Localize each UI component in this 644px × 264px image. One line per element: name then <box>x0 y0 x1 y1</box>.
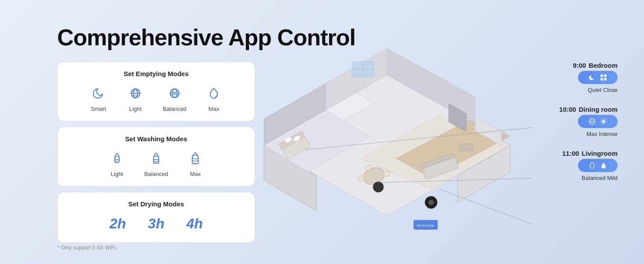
bedroom-desc: Quiet Close <box>588 87 618 93</box>
living-pill[interactable] <box>578 159 618 172</box>
dining-room: Dining room <box>579 106 618 113</box>
balanced-washing-label: Balanced <box>144 171 168 177</box>
svg-line-36 <box>440 189 532 224</box>
living-time: 11:00 <box>562 150 579 157</box>
svg-line-49 <box>605 123 606 124</box>
wash-balanced-icon <box>146 149 166 168</box>
svg-point-22 <box>373 182 384 192</box>
annotation-bedroom: 9:00 Bedroom Quiet Close <box>559 62 618 93</box>
svg-point-21 <box>428 200 434 205</box>
svg-rect-40 <box>604 78 607 81</box>
dining-desc: Max Intense <box>586 131 618 137</box>
max-spin-icon <box>204 84 223 103</box>
mode-light-washing[interactable]: Light <box>107 149 127 177</box>
floor-plan-illustration: No-Go Zone <box>229 31 545 242</box>
dining-time: 10:00 <box>559 106 576 113</box>
grid-icon <box>600 73 607 81</box>
washing-modes-card: Set Washing Modes Light <box>57 127 255 187</box>
smart-label: Smart <box>91 106 106 112</box>
drop-icon <box>600 161 607 169</box>
dining-time-room: 10:00 Dining room <box>559 106 618 113</box>
schedule-annotations: 9:00 Bedroom Quiet Close 10:00 Dining ro… <box>559 62 618 181</box>
moon-icon <box>89 84 108 103</box>
annotation-dining: 10:00 Dining room <box>559 106 618 137</box>
bedroom-pill[interactable] <box>578 71 618 84</box>
living-desc: Balanced Mild <box>582 175 618 181</box>
svg-point-43 <box>602 120 605 123</box>
mode-smart[interactable]: Smart <box>89 84 108 112</box>
emptying-card-title: Set Emptying Modes <box>68 70 244 77</box>
drying-time-3h[interactable]: 3h <box>148 216 164 232</box>
sun-icon <box>600 117 607 125</box>
mode-light-emptying[interactable]: Light <box>126 84 145 112</box>
svg-rect-37 <box>600 74 603 77</box>
wash-max-icon <box>186 149 205 168</box>
max-icon <box>588 161 596 169</box>
drying-card-title: Set Drying Modes <box>68 200 244 208</box>
washing-card-title: Set Washing Modes <box>68 135 244 143</box>
washing-modes-row: Light Balanced <box>68 149 244 177</box>
emptying-modes-card: Set Emptying Modes Smart <box>57 62 255 121</box>
balanced-spin-icon <box>165 84 184 103</box>
bedroom-time-room: 9:00 Bedroom <box>573 62 618 69</box>
mode-balanced-washing[interactable]: Balanced <box>144 149 168 177</box>
dining-pill[interactable] <box>578 115 618 128</box>
mode-max-washing[interactable]: Max <box>186 149 205 177</box>
bedroom-time: 9:00 <box>573 62 586 69</box>
drying-time-4h[interactable]: 4h <box>187 216 203 232</box>
max-washing-label: Max <box>190 171 201 177</box>
mode-max-emptying[interactable]: Max <box>204 84 223 112</box>
mode-balanced-emptying[interactable]: Balanced <box>163 84 187 112</box>
left-panel: Set Emptying Modes Smart <box>57 62 255 243</box>
svg-line-48 <box>601 119 602 120</box>
svg-rect-33 <box>460 144 473 151</box>
svg-rect-38 <box>604 74 607 77</box>
living-time-room: 11:00 Livingroom <box>562 150 618 157</box>
drying-modes-card: Set Drying Modes 2h 3h 4h <box>57 192 255 243</box>
bedroom-room: Bedroom <box>589 62 618 69</box>
light-spin-icon <box>126 84 145 103</box>
moon-small-icon <box>588 73 596 81</box>
footnote: * Only support 2.4G WiFi. <box>57 245 117 251</box>
drying-times-row: 2h 3h 4h <box>68 214 244 234</box>
drying-time-2h[interactable]: 2h <box>110 216 126 232</box>
emptying-modes-row: Smart Light <box>68 84 244 112</box>
annotation-living: 11:00 Livingroom Balanced Mild <box>559 150 618 181</box>
light-washing-label: Light <box>111 171 123 177</box>
wash-light-icon <box>107 149 127 168</box>
spin-icon <box>588 117 596 125</box>
svg-line-50 <box>605 119 606 120</box>
max-emptying-label: Max <box>209 106 220 112</box>
svg-line-51 <box>601 123 602 124</box>
balanced-emptying-label: Balanced <box>163 106 187 112</box>
svg-rect-39 <box>600 78 603 81</box>
light-emptying-label: Light <box>129 106 142 112</box>
svg-text:No-Go Zone: No-Go Zone <box>417 224 434 227</box>
living-room-label: Livingroom <box>582 150 618 157</box>
